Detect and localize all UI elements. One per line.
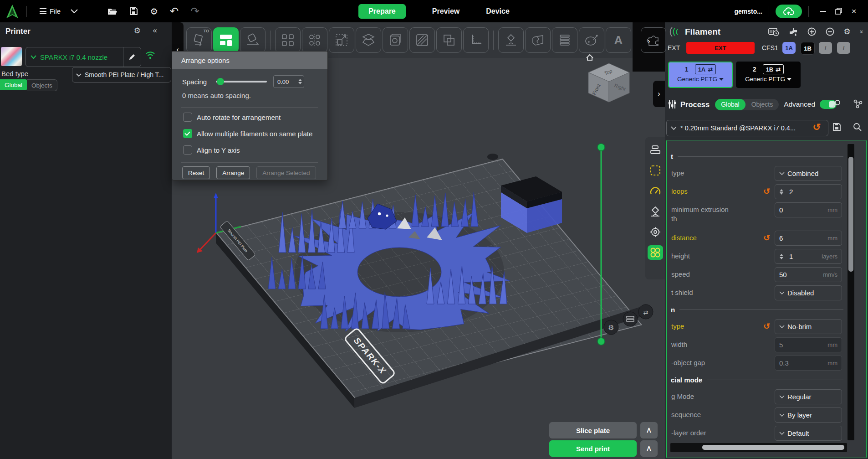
scrollbar-thumb[interactable] — [848, 157, 853, 272]
spacing-stepper[interactable] — [296, 79, 304, 84]
faucet-icon[interactable] — [789, 27, 798, 36]
scope-objects[interactable]: Objects — [745, 99, 779, 110]
printer-select[interactable]: SPARKX i7 0.4 nozzle — [26, 47, 141, 67]
chip-1b[interactable]: 1B — [801, 42, 815, 55]
horizontal-scrollbar[interactable] — [670, 443, 847, 452]
param-input[interactable]: 6mm — [775, 231, 842, 246]
param-dropdown[interactable]: Combined — [775, 166, 842, 181]
param-input[interactable]: 5mm — [775, 337, 842, 352]
send-options-caret[interactable]: ᐱ — [640, 440, 658, 457]
tab-objects[interactable]: Objects — [27, 79, 57, 91]
param-dropdown[interactable]: No-brim — [775, 319, 842, 334]
hollow-cube-button[interactable] — [383, 27, 408, 53]
checkbox-multi-filament[interactable]: Allow multiple filaments on same plate — [183, 129, 312, 138]
cut-crack-button[interactable] — [525, 27, 551, 53]
color-paint-button[interactable] — [579, 27, 604, 53]
reset-value-icon[interactable]: ↺ — [763, 321, 770, 331]
param-input[interactable]: 0mm — [775, 202, 842, 217]
arrange-button-popup[interactable]: Arrange — [216, 166, 250, 179]
spotlight-icon[interactable] — [648, 204, 663, 219]
build-plate[interactable] — [216, 159, 642, 399]
target-icon[interactable] — [648, 225, 663, 239]
ams-sync-icon[interactable] — [768, 27, 779, 36]
scope-global[interactable]: Global — [715, 99, 745, 110]
collapse-panel-icon[interactable]: « — [153, 26, 157, 35]
param-dropdown[interactable]: By layer — [775, 407, 842, 423]
plate-select-icon[interactable] — [648, 163, 663, 178]
close-button[interactable]: × — [846, 5, 862, 18]
reset-value-icon[interactable]: ↺ — [763, 186, 770, 196]
reset-button[interactable]: Reset — [182, 166, 210, 179]
checkbox-auto-rotate[interactable]: Auto rotate for arrangement — [183, 113, 281, 122]
restore-button[interactable] — [831, 5, 846, 18]
filament-slot-1[interactable]: 1 1A⇄ Generic PETG — [668, 62, 733, 88]
wifi-icon[interactable] — [145, 51, 156, 60]
boolean-button[interactable] — [436, 27, 462, 53]
filament-slot-2[interactable]: 2 1B⇄ Generic PETG — [736, 62, 801, 88]
checkbox-box[interactable] — [183, 129, 192, 138]
cloud-upload-button[interactable] — [776, 5, 802, 18]
arrange-clover-icon[interactable] — [648, 245, 663, 260]
checkbox-align-y[interactable]: Align to Y axis — [183, 145, 240, 155]
arrange-button[interactable] — [213, 27, 239, 53]
open-folder-icon[interactable] — [107, 7, 117, 15]
save-icon[interactable] — [129, 7, 138, 15]
support-paint-button[interactable] — [498, 27, 524, 53]
redo-icon[interactable]: ↷ — [190, 6, 199, 16]
assembly-box-button[interactable] — [356, 27, 381, 53]
split-to-objects-button[interactable] — [275, 27, 301, 53]
bed-type-select[interactable]: Smooth PEI Plate / High T... — [72, 67, 171, 83]
ext-button[interactable]: EXT — [686, 42, 755, 54]
tab-device[interactable]: Device — [486, 7, 510, 15]
reset-value-icon[interactable]: ↺ — [763, 233, 770, 243]
chevron-down-icon[interactable] — [71, 9, 78, 13]
checkbox-box[interactable] — [183, 113, 192, 122]
right-panel-handle[interactable]: › — [653, 81, 665, 107]
tab-global[interactable]: Global — [0, 79, 27, 90]
send-print-button[interactable]: Send print — [549, 440, 637, 457]
wrench-key-icon[interactable] — [832, 99, 841, 108]
settings-gear-icon[interactable]: ⚙ — [150, 7, 158, 16]
filament-settings-gear-icon[interactable]: ⚙ — [844, 27, 851, 36]
text-tool-button[interactable]: A — [606, 27, 631, 53]
process-preset-select[interactable]: * 0.20mm Standard @SPARKX i7 0.4... — [666, 120, 828, 136]
collapse-section-icon[interactable]: » — [858, 30, 865, 33]
app-logo-icon[interactable] — [5, 3, 20, 20]
chip-empty-2[interactable]: / — [837, 42, 850, 54]
spacing-input[interactable]: 0.00 — [273, 75, 304, 88]
remove-filament-icon[interactable] — [826, 27, 834, 36]
plate-handle[interactable] — [487, 154, 498, 160]
param-dropdown[interactable]: Default — [775, 426, 842, 441]
edit-printer-button[interactable] — [123, 47, 141, 67]
slider-knob[interactable] — [217, 78, 224, 85]
tab-preview[interactable]: Preview — [432, 7, 460, 15]
measure-button[interactable] — [463, 27, 489, 53]
slice-options-caret[interactable]: ᐱ — [640, 422, 658, 438]
navigation-cube[interactable]: Top Front Right — [584, 52, 636, 109]
user-account[interactable]: gemsto... — [735, 8, 762, 15]
layers-tool-icon[interactable] — [648, 143, 663, 157]
param-spinner[interactable]: 1layers — [775, 249, 842, 264]
checkbox-box[interactable] — [183, 145, 192, 155]
chip-empty-1[interactable]: / — [819, 42, 832, 54]
mesh-slash-button[interactable] — [409, 27, 435, 53]
plugin-puzzle-button[interactable] — [641, 27, 666, 53]
split-to-parts-button[interactable] — [302, 27, 327, 53]
save-preset-icon[interactable] — [832, 123, 841, 131]
lay-flat-button[interactable] — [240, 27, 266, 53]
scrollbar-thumb[interactable] — [702, 445, 844, 450]
arrange-selected-button[interactable]: Arrange Selected — [256, 166, 316, 179]
minimize-button[interactable] — [815, 5, 831, 18]
slice-plate-button[interactable]: Slice plate — [549, 422, 637, 438]
search-params-icon[interactable] — [853, 123, 862, 131]
param-input[interactable]: 50mm/s — [775, 267, 842, 282]
ironing-lines-button[interactable] — [552, 27, 577, 53]
value-stepper[interactable] — [778, 254, 785, 259]
auto-orient-button[interactable]: TO — [186, 27, 212, 53]
popup-title[interactable]: Arrange options — [172, 52, 327, 69]
vertical-scrollbar[interactable] — [848, 144, 854, 440]
tab-prepare[interactable]: Prepare — [358, 4, 406, 19]
reset-preset-icon[interactable]: ↺ — [812, 122, 821, 132]
param-input[interactable]: 0.3mm — [775, 356, 842, 371]
speed-gauge-icon[interactable] — [648, 184, 663, 198]
